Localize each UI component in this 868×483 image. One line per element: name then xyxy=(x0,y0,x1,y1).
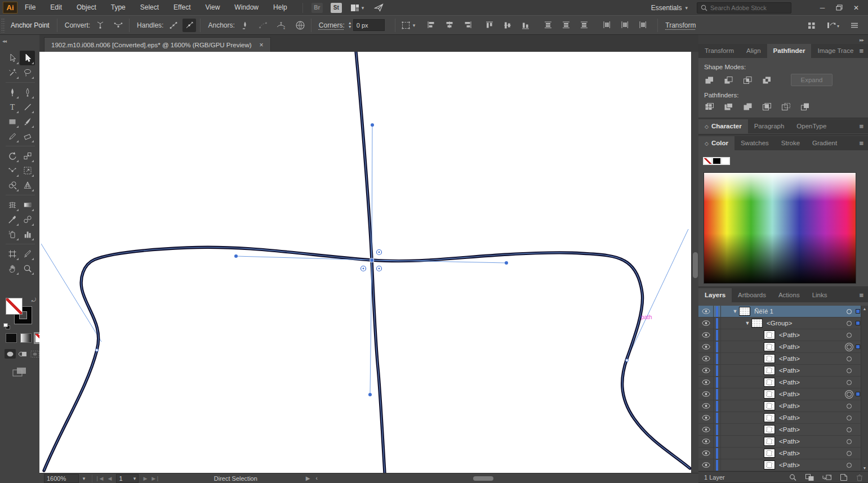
first-page-icon[interactable]: ❘◀ xyxy=(95,476,103,481)
grid-icon[interactable] xyxy=(805,19,818,32)
layer-name[interactable]: Ñëîé 1 xyxy=(754,308,773,315)
layer-thumbnail[interactable] xyxy=(764,330,775,339)
minimize-button[interactable]: ─ xyxy=(814,2,831,14)
zoom-dropdown-icon[interactable]: ▾ xyxy=(79,476,89,481)
menu-edit[interactable]: Edit xyxy=(43,0,69,15)
white-swatch[interactable] xyxy=(721,157,730,165)
artboard-tool[interactable] xyxy=(5,247,20,261)
pathfinder-divide-icon[interactable] xyxy=(704,102,715,111)
visibility-eye-icon[interactable] xyxy=(698,317,714,329)
layer-name[interactable]: <Path> xyxy=(779,367,800,374)
panel-menu-icon[interactable] xyxy=(848,19,861,32)
tab-swatches[interactable]: Swatches xyxy=(735,136,775,150)
visibility-eye-icon[interactable] xyxy=(698,329,714,341)
new-layer-icon[interactable] xyxy=(839,473,848,481)
selection-square-indicator[interactable] xyxy=(856,345,860,349)
target-circle-icon[interactable] xyxy=(847,463,852,468)
panel-menu-icon[interactable]: ≡ xyxy=(859,139,863,147)
layer-row-group[interactable]: ▼<Group> xyxy=(698,317,868,329)
target-circle-icon[interactable] xyxy=(847,309,852,314)
close-button[interactable]: ✕ xyxy=(848,2,865,14)
bridge-icon[interactable]: Br xyxy=(311,3,323,13)
symbol-sprayer-tool[interactable] xyxy=(5,227,20,242)
isolate-object-icon[interactable] xyxy=(293,19,307,32)
target-circle-icon[interactable] xyxy=(847,321,852,326)
layer-row-path[interactable]: <Path> xyxy=(698,448,868,459)
tab-opentype[interactable]: OpenType xyxy=(790,119,833,133)
workspace-grid-icon[interactable]: ▾ xyxy=(350,4,364,12)
status-back-icon[interactable]: ‹ xyxy=(316,475,318,481)
locate-object-icon[interactable] xyxy=(789,473,798,481)
target-circle-icon[interactable] xyxy=(847,368,852,373)
blend-tool[interactable] xyxy=(20,212,35,227)
layer-row-path[interactable]: <Path> xyxy=(698,341,868,353)
visibility-eye-icon[interactable] xyxy=(698,365,714,377)
shape-mode-minus-front-icon[interactable] xyxy=(723,75,734,85)
slice-tool[interactable] xyxy=(20,247,35,261)
workspace-switcher[interactable]: Essentials▾ xyxy=(651,4,688,12)
status-expand-icon[interactable]: ▶ xyxy=(306,475,310,481)
target-circle-icon[interactable] xyxy=(847,439,852,444)
zoom-level[interactable]: 1600% xyxy=(44,474,79,483)
eyedropper-tool[interactable] xyxy=(5,212,20,227)
tab-actions[interactable]: Actions xyxy=(772,288,806,302)
layer-thumbnail[interactable] xyxy=(764,460,775,469)
panel-collapse-icon[interactable]: ◇ xyxy=(705,124,709,129)
distribute-left-icon[interactable] xyxy=(600,19,613,32)
layer-row-path[interactable]: <Path> xyxy=(698,424,868,436)
canvas[interactable]: path xyxy=(39,52,698,473)
layer-thumbnail[interactable] xyxy=(751,319,763,328)
expand-chevron-icon[interactable]: ▼ xyxy=(744,320,751,326)
panel-collapse-icon[interactable]: ◇ xyxy=(705,141,709,146)
black-swatch[interactable] xyxy=(712,157,721,165)
gradient-tool[interactable] xyxy=(20,198,35,212)
flow-options-icon[interactable]: ▾ xyxy=(826,19,840,32)
color-spectrum[interactable] xyxy=(704,172,856,284)
layer-thumbnail[interactable] xyxy=(764,425,775,434)
tab-paragraph[interactable]: Paragraph xyxy=(748,119,791,133)
close-tab-icon[interactable]: × xyxy=(260,41,264,49)
layer-name[interactable]: <Path> xyxy=(779,332,800,338)
eraser-tool[interactable] xyxy=(20,129,35,144)
corners-label[interactable]: Corners: xyxy=(319,21,345,29)
apply-color-button[interactable] xyxy=(6,333,17,343)
layer-name[interactable]: <Group> xyxy=(767,320,792,327)
target-circle-icon[interactable] xyxy=(847,356,852,361)
target-circle-icon[interactable] xyxy=(847,427,852,432)
expand-chevron-icon[interactable]: ▼ xyxy=(731,308,739,314)
type-tool[interactable]: T xyxy=(5,100,20,114)
zoom-tool[interactable] xyxy=(20,261,35,276)
layer-row-layer[interactable]: ▼Ñëîé 1 xyxy=(698,306,868,317)
app-logo[interactable]: Ai xyxy=(3,2,17,14)
pathfinder-crop-icon[interactable] xyxy=(762,102,772,111)
scale-tool[interactable] xyxy=(20,149,35,163)
visibility-eye-icon[interactable] xyxy=(698,448,714,459)
panel-menu-icon[interactable]: ≡ xyxy=(859,291,863,299)
screen-mode-icon[interactable] xyxy=(12,367,27,377)
menu-file[interactable]: File xyxy=(17,0,43,15)
shape-mode-unite-icon[interactable] xyxy=(704,75,715,85)
column-graph-tool[interactable] xyxy=(20,227,35,242)
menu-type[interactable]: Type xyxy=(104,0,133,15)
swap-fill-stroke-icon[interactable]: ⤾ xyxy=(32,297,36,303)
perspective-grid-tool[interactable] xyxy=(20,178,35,193)
visibility-eye-icon[interactable] xyxy=(698,412,714,424)
send-icon[interactable] xyxy=(374,3,384,12)
layer-row-path[interactable]: <Path> xyxy=(698,459,868,471)
panel-menu-icon[interactable]: ≡ xyxy=(859,47,863,55)
layer-row-path[interactable]: <Path> xyxy=(698,353,868,365)
document-tab[interactable]: 1902.m10.i008.n006 [Converted].eps* @ 16… xyxy=(44,37,271,52)
layer-row-path[interactable]: <Path> xyxy=(698,412,868,424)
tab-color[interactable]: ◇Color xyxy=(698,136,735,150)
magic-wand-tool[interactable] xyxy=(5,65,20,80)
menu-help[interactable]: Help xyxy=(266,0,295,15)
shape-mode-intersect-icon[interactable] xyxy=(742,75,753,85)
menu-view[interactable]: View xyxy=(198,0,228,15)
convert-smooth-icon[interactable] xyxy=(112,19,125,32)
panel-menu-icon[interactable]: ≡ xyxy=(859,122,863,131)
visibility-eye-icon[interactable] xyxy=(698,424,714,436)
visibility-eye-icon[interactable] xyxy=(698,341,714,353)
restore-button[interactable] xyxy=(831,2,848,14)
layers-scrollbar[interactable]: ▲ ▼ xyxy=(861,306,868,471)
collapse-tools-icon[interactable]: ◂◂ xyxy=(2,38,6,44)
